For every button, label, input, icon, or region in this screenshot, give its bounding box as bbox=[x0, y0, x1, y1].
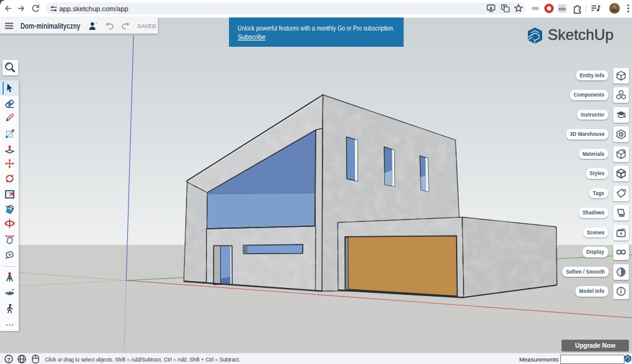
svg-text:?: ? bbox=[7, 356, 11, 362]
svg-text:</>: </> bbox=[558, 6, 566, 12]
